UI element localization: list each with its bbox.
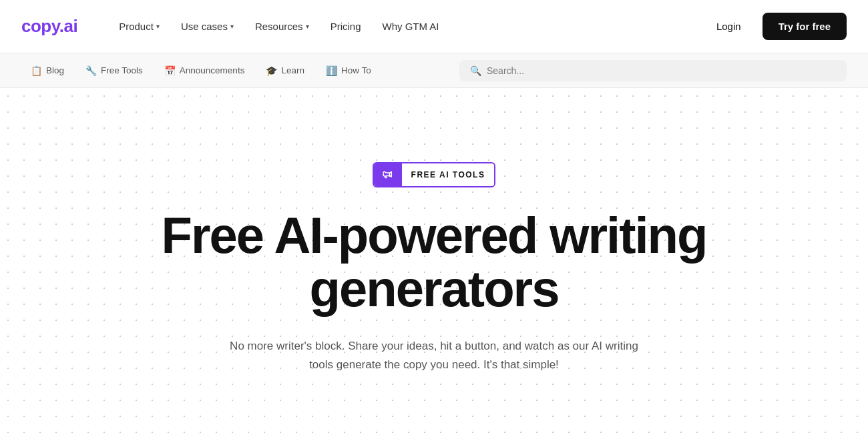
nav-item-resources[interactable]: Resources ▾ — [246, 15, 318, 37]
logo[interactable]: copy.ai — [21, 16, 77, 37]
top-navigation: copy.ai Product ▾ Use cases ▾ Resources … — [0, 0, 868, 53]
nav-label-resources: Resources — [255, 21, 303, 32]
sec-nav-item-how-to[interactable]: ℹ️ How To — [316, 61, 381, 80]
chevron-down-icon: ▾ — [306, 23, 309, 30]
how-to-icon: ℹ️ — [326, 65, 337, 76]
learn-icon: 🎓 — [266, 65, 277, 76]
nav-label-product: Product — [119, 21, 154, 32]
chevron-down-icon: ▾ — [156, 23, 160, 30]
sec-nav-label-how-to: How To — [341, 65, 371, 75]
nav-item-pricing[interactable]: Pricing — [321, 15, 371, 37]
try-for-free-button[interactable]: Try for free — [763, 13, 847, 40]
login-button[interactable]: Login — [706, 15, 752, 37]
sec-nav-label-learn: Learn — [281, 65, 304, 75]
nav-label-pricing: Pricing — [331, 21, 361, 32]
nav-item-use-cases[interactable]: Use cases ▾ — [172, 15, 243, 37]
logo-text-accent: .ai — [59, 16, 77, 36]
free-ai-tools-badge: FREE AI TOOLS — [373, 162, 496, 187]
blog-icon: 📋 — [31, 65, 42, 76]
nav-item-why-gtm-ai[interactable]: Why GTM AI — [373, 15, 448, 37]
hero-title-line2: generators — [310, 260, 559, 317]
announcements-icon: 📅 — [164, 65, 176, 76]
sec-nav-item-learn[interactable]: 🎓 Learn — [256, 61, 314, 80]
nav-label-use-cases: Use cases — [181, 21, 228, 32]
hero-section: FREE AI TOOLS Free AI-powered writing ge… — [0, 88, 868, 435]
free-tools-icon: 🔧 — [85, 65, 97, 76]
nav-label-why-gtm-ai: Why GTM AI — [382, 21, 439, 32]
hero-subtitle: No more writer's block. Share your ideas… — [220, 337, 648, 374]
nav-right: Login Try for free — [706, 13, 847, 40]
sec-nav-item-announcements[interactable]: 📅 Announcements — [155, 61, 254, 80]
sec-nav-item-free-tools[interactable]: 🔧 Free Tools — [76, 61, 152, 80]
sec-nav-item-blog[interactable]: 📋 Blog — [21, 61, 73, 80]
hero-title: Free AI-powered writing generators — [162, 209, 707, 316]
hero-title-line1: Free AI-powered writing — [162, 207, 707, 264]
sec-nav-label-announcements: Announcements — [180, 65, 245, 75]
badge-icon — [374, 163, 402, 186]
secondary-navigation: 📋 Blog 🔧 Free Tools 📅 Announcements 🎓 Le… — [0, 53, 868, 88]
logo-text-main: copy — [21, 16, 59, 36]
nav-links: Product ▾ Use cases ▾ Resources ▾ Pricin… — [110, 15, 706, 37]
nav-item-product[interactable]: Product ▾ — [110, 15, 169, 37]
chevron-down-icon: ▾ — [230, 23, 234, 30]
badge-label: FREE AI TOOLS — [402, 165, 495, 185]
sec-nav-label-free-tools: Free Tools — [101, 65, 143, 75]
search-icon: 🔍 — [470, 65, 481, 76]
search-input[interactable] — [487, 65, 836, 76]
search-bar[interactable]: 🔍 — [459, 60, 847, 81]
sec-nav-label-blog: Blog — [46, 65, 64, 75]
